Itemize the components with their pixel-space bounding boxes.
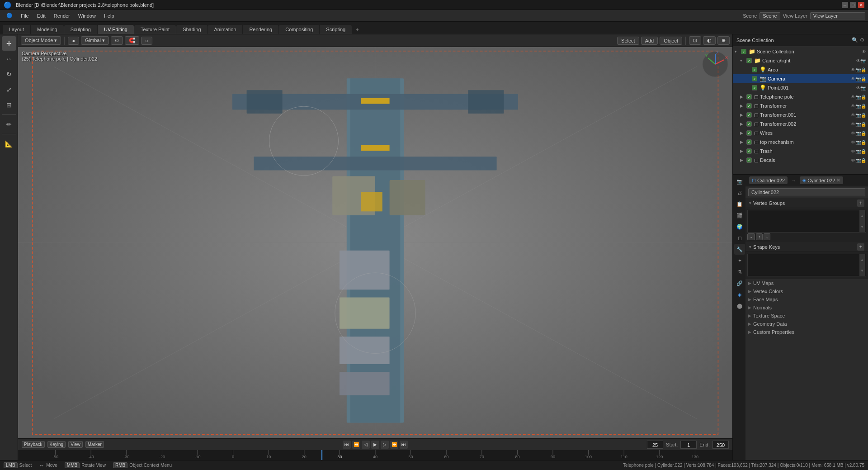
tab-animation[interactable]: Animation <box>208 25 243 34</box>
viewport-canvas[interactable]: Camera Perspective (25) Telephone pole |… <box>18 47 732 438</box>
object-menu[interactable]: Object <box>660 37 682 45</box>
obj-data-tab-left[interactable]: ◻ Cylinder.022 <box>749 176 788 184</box>
current-frame-display[interactable]: 25 <box>647 441 663 449</box>
obj-data-tab-right[interactable]: ◈ Cylinder.022 ✕ <box>800 176 843 184</box>
check-camera-light[interactable]: ✓ <box>746 58 752 63</box>
shape-keys-header[interactable]: ▾ Shape Keys + <box>745 242 868 252</box>
outliner-decals[interactable]: ▶ ✓ ◻ Decals 👁 📷 🔒 <box>733 156 868 165</box>
menu-help[interactable]: Help <box>100 12 118 19</box>
prop-tab-view-layer[interactable]: 📋 <box>734 199 745 209</box>
check-camera[interactable]: ✓ <box>752 76 757 81</box>
camera-light-render[interactable]: 📷 <box>861 58 866 63</box>
view-layer-select[interactable]: View Layer <box>810 12 865 19</box>
tab-scripting[interactable]: Scripting <box>320 25 352 34</box>
shape-keys-add[interactable]: + <box>857 243 864 251</box>
data-name-input[interactable] <box>748 188 865 196</box>
prop-tab-output[interactable]: 🖨 <box>734 187 745 198</box>
prop-tab-particles[interactable]: ✦ <box>734 255 745 266</box>
prop-tab-scene[interactable]: 🎬 <box>734 210 745 221</box>
vertex-colors-section[interactable]: ▶ Vertex Colors <box>745 287 868 295</box>
gizmo-btn[interactable]: ⊕ <box>717 36 730 45</box>
tab-layout[interactable]: Layout <box>3 25 30 34</box>
shape-list-scroll-up[interactable]: ▲ <box>859 254 865 265</box>
close-button[interactable]: ✕ <box>858 2 864 8</box>
check-transformer001[interactable]: ✓ <box>746 112 752 118</box>
move-tool[interactable]: ↔ <box>2 52 16 66</box>
snap-btn[interactable]: 🧲 <box>125 36 139 45</box>
prop-tab-render[interactable]: 📷 <box>734 176 745 187</box>
custom-properties-section[interactable]: ▶ Custom Properties <box>745 328 868 336</box>
outliner-scene-collection[interactable]: ▾ ✓ 📁 Scene Collection 👁 <box>733 47 868 56</box>
vertex-list-scroll-up[interactable]: ▲ <box>859 210 865 221</box>
outliner-trash[interactable]: ▶ ✓ ◻ Trash 👁 📷 🔒 <box>733 147 868 156</box>
tab-sculpting[interactable]: Sculpting <box>64 25 97 34</box>
check-scene-collection[interactable]: ✓ <box>741 49 746 54</box>
vertex-group-move-up[interactable]: ↑ <box>756 233 763 240</box>
frame-ruler[interactable]: -50 -40 -30 -20 -10 0 10 <box>18 450 732 460</box>
uv-maps-section[interactable]: ▶ UV Maps <box>745 279 868 287</box>
prop-tab-physics[interactable]: ⚗ <box>734 266 745 277</box>
go-to-end-btn[interactable]: ⏭ <box>400 441 408 449</box>
go-to-start-btn[interactable]: ⏮ <box>343 441 351 449</box>
tab-compositing[interactable]: Compositing <box>279 25 319 34</box>
pivot-point-btn[interactable]: ⊙ <box>111 36 123 45</box>
outliner-settings-btn[interactable]: ⚙ <box>860 37 864 43</box>
prop-tab-constraints[interactable]: 🔗 <box>734 278 745 289</box>
outliner-transformer001[interactable]: ▶ ✓ ◻ Transformer.001 👁 📷 🔒 <box>733 110 868 119</box>
check-top-mechanism[interactable]: ✓ <box>746 139 752 145</box>
transform-tool[interactable]: ⊞ <box>2 98 16 112</box>
minimize-button[interactable]: ─ <box>842 2 848 8</box>
texture-space-section[interactable]: ▶ Texture Space <box>745 312 868 320</box>
check-transformer[interactable]: ✓ <box>746 103 752 109</box>
start-frame-input[interactable]: 1 <box>680 441 697 449</box>
viewport-shading-mode[interactable]: ◐ <box>703 36 716 45</box>
vertex-groups-list[interactable]: ▲ ▼ <box>747 210 866 233</box>
check-telephone-pole[interactable]: ✓ <box>746 94 752 100</box>
check-decals[interactable]: ✓ <box>746 157 752 163</box>
rotate-tool[interactable]: ↻ <box>2 67 16 81</box>
data-tab-close[interactable]: ✕ <box>836 177 840 183</box>
select-menu[interactable]: Select <box>617 37 639 45</box>
outliner-wires[interactable]: ▶ ✓ ◻ Wires 👁 📷 🔒 <box>733 128 868 138</box>
menu-file[interactable]: File <box>17 12 33 19</box>
check-wires[interactable]: ✓ <box>746 130 752 136</box>
marker-dropdown[interactable]: Marker <box>85 441 104 448</box>
vertex-group-move-down[interactable]: ↓ <box>764 233 770 240</box>
check-trash[interactable]: ✓ <box>746 148 752 154</box>
measure-tool[interactable]: 📐 <box>2 137 16 151</box>
cursor-tool[interactable]: ✛ <box>2 36 16 51</box>
end-frame-input[interactable]: 250 <box>712 441 729 449</box>
outliner-camera[interactable]: ✓ 📷 Camera 👁 📷 🔒 <box>733 74 868 83</box>
keying-dropdown[interactable]: Keying <box>47 441 66 448</box>
outliner-telephone-pole[interactable]: ▶ ✓ ◻ Telephone pole 👁 📷 🔒 <box>733 92 868 101</box>
view-dropdown[interactable]: View <box>68 441 83 448</box>
add-workspace-button[interactable]: + <box>352 25 362 34</box>
viewport[interactable]: Camera Perspective (25) Telephone pole |… <box>18 47 732 438</box>
shape-list-scroll-down[interactable]: ▼ <box>859 265 865 276</box>
prop-tab-object[interactable]: ◻ <box>734 233 745 243</box>
shape-keys-list[interactable]: ▲ ▼ <box>747 254 866 276</box>
gimbal-dropdown[interactable]: Gimbal ▾ <box>81 36 109 45</box>
outliner-transformer002[interactable]: ▶ ✓ ◻ Transformer.002 👁 📷 🔒 <box>733 119 868 128</box>
outliner-camera-light[interactable]: ▾ ✓ 📁 Camera/light 👁 📷 <box>733 56 868 65</box>
check-transformer002[interactable]: ✓ <box>746 121 752 127</box>
proportional-edit-btn[interactable]: ○ <box>141 37 152 45</box>
orientation-gizmo[interactable]: X Y Z <box>702 51 729 78</box>
scene-select[interactable]: Scene <box>760 12 780 19</box>
jump-back-btn[interactable]: ◁ <box>362 441 370 449</box>
check-point001[interactable]: ✓ <box>752 85 757 90</box>
tab-modeling[interactable]: Modeling <box>31 25 64 34</box>
prop-tab-modifier[interactable]: 🔧 <box>734 244 745 255</box>
outliner-area[interactable]: ✓ 💡 Area 👁 📷 🔒 <box>733 65 868 74</box>
viewport-overlays-btn[interactable]: ⊡ <box>689 36 701 45</box>
normals-section[interactable]: ▶ Normals <box>745 304 868 312</box>
scale-tool[interactable]: ⤢ <box>2 82 16 97</box>
step-fwd-btn[interactable]: ⏩ <box>390 441 398 449</box>
jump-fwd-btn[interactable]: ▷ <box>381 441 389 449</box>
face-maps-section[interactable]: ▶ Face Maps <box>745 295 868 304</box>
outliner-filter-btn[interactable]: 🔍 <box>852 37 858 43</box>
prop-tab-world[interactable]: 🌍 <box>734 221 745 232</box>
play-btn[interactable]: ▶ <box>371 441 379 449</box>
outliner-transformer[interactable]: ▶ ✓ ◻ Transformer 👁 📷 🔒 <box>733 101 868 110</box>
viewport-shading-btn[interactable]: ● <box>68 37 79 45</box>
